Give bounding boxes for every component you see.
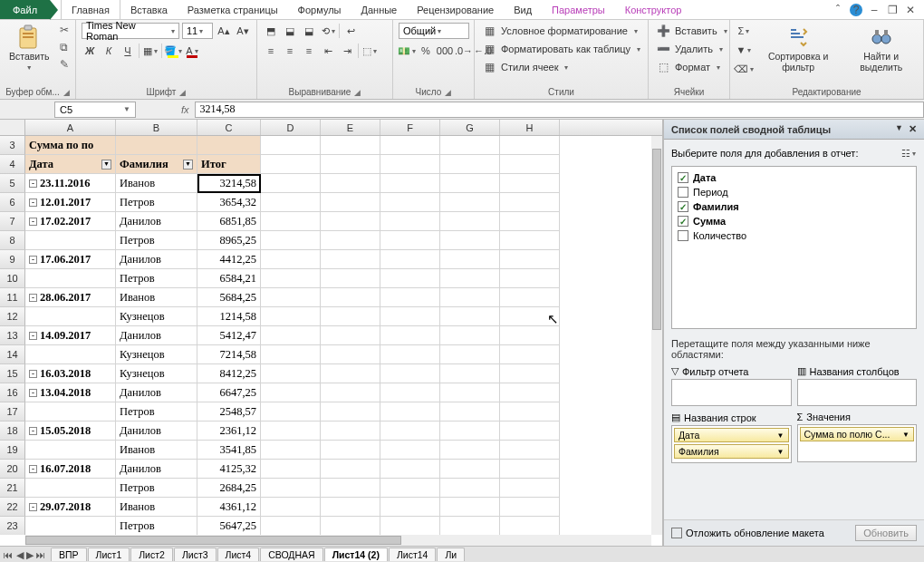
align-right-icon[interactable]: ≡ [301,43,317,59]
cell[interactable] [440,250,500,269]
context-tab-0[interactable]: Параметры [542,0,615,19]
row-header[interactable]: 5 [0,174,25,193]
row-header[interactable]: 22 [0,498,25,517]
cell[interactable] [380,269,440,288]
cell[interactable] [500,364,560,383]
cell[interactable]: 2684,25 [197,479,261,498]
col-header-B[interactable]: B [116,120,197,135]
cell[interactable] [500,441,560,460]
cell[interactable] [380,441,440,460]
cell[interactable]: Иванов [116,498,197,517]
cell[interactable] [321,345,380,364]
cell[interactable]: Петров [116,193,197,212]
cell[interactable] [500,288,560,307]
cell[interactable] [261,288,321,307]
cell[interactable] [440,364,500,383]
defer-update-checkbox[interactable]: ✓Отложить обновление макета [671,528,824,538]
cell[interactable] [380,364,440,383]
name-box[interactable]: C5▼ [54,102,136,118]
align-center-icon[interactable]: ≡ [282,43,298,59]
cell[interactable]: Кузнецов [116,345,197,364]
cell[interactable]: 4361,12 [197,498,261,517]
sort-filter-button[interactable]: Сортировка и фильтр [756,23,841,74]
cell[interactable]: Данилов [116,383,197,402]
cell[interactable] [261,422,321,441]
cell[interactable] [25,307,116,326]
cell[interactable] [440,288,500,307]
minimize-ribbon-icon[interactable]: ˆ [832,4,844,16]
file-tab[interactable]: Файл [0,0,50,19]
cell[interactable] [440,402,500,422]
align-left-icon[interactable]: ≡ [263,43,279,59]
border-button[interactable]: ▦ [142,43,159,59]
cell[interactable] [261,212,321,231]
cell[interactable] [440,479,500,498]
vertical-scrollbar[interactable] [651,136,662,535]
context-tab-1[interactable]: Конструктор [615,0,692,19]
cell[interactable] [261,383,321,402]
collapse-icon[interactable]: - [29,179,37,188]
update-button[interactable]: Обновить [855,525,917,541]
collapse-icon[interactable]: - [29,427,37,435]
cell[interactable]: -28.06.2017 [25,288,116,307]
fill-color-button[interactable]: 🪣 [165,43,181,59]
cell[interactable] [380,345,440,364]
format-as-table-button[interactable]: ▦Форматировать как таблицу [480,41,642,57]
filter-dropdown-icon[interactable]: ▼ [183,160,193,170]
number-format-combo[interactable]: Общий [399,23,469,39]
cell[interactable] [380,422,440,441]
cell[interactable]: Данилов [116,250,197,269]
checkbox-icon[interactable]: ✓ [678,201,688,212]
cell[interactable]: 4125,32 [197,460,261,479]
cell[interactable] [261,460,321,479]
sheet-tab[interactable]: Лист3 [174,547,217,561]
checkbox-icon[interactable] [678,187,688,198]
cell[interactable] [321,364,380,383]
cell[interactable] [500,155,560,174]
cell[interactable] [25,402,116,422]
cell[interactable] [500,498,560,517]
collapse-icon[interactable]: - [29,503,37,511]
cell[interactable] [380,498,440,517]
cell[interactable]: -15.05.2018 [25,422,116,441]
cell[interactable] [500,212,560,231]
paste-button[interactable]: Вставить ▼ [5,23,53,73]
copy-icon[interactable]: ⧉ [57,40,72,54]
cell[interactable]: Петров [116,479,197,498]
row-header[interactable]: 11 [0,288,25,307]
cell[interactable] [500,345,560,364]
autosum-icon[interactable]: Σ [736,23,752,39]
sheet-tab[interactable]: Ли [437,547,465,561]
cell[interactable] [261,136,321,155]
cell[interactable] [321,498,380,517]
cell[interactable] [500,307,560,326]
align-bottom-icon[interactable]: ⬓ [301,23,317,39]
cell[interactable]: Иванов [116,174,197,193]
close-window-icon[interactable]: ✕ [904,4,917,16]
cell[interactable] [261,517,321,535]
font-name-combo[interactable]: Times New Roman [82,23,179,39]
cell[interactable]: Сумма по по [25,136,116,155]
field-list[interactable]: ✓ДатаПериод✓Фамилия✓СуммаКоличество [671,166,917,329]
cell[interactable] [261,364,321,383]
merge-icon[interactable]: ⬚ [361,43,378,59]
row-header[interactable]: 14 [0,345,25,364]
row-header[interactable]: 21 [0,479,25,498]
cell[interactable] [440,193,500,212]
cell[interactable]: Кузнецов [116,364,197,383]
cell[interactable]: Иванов [116,441,197,460]
cell[interactable] [500,269,560,288]
cell[interactable]: Петров [116,231,197,250]
cell[interactable] [440,155,500,174]
cell[interactable] [25,345,116,364]
cell[interactable] [380,307,440,326]
cell[interactable] [261,326,321,345]
menu-tab-0[interactable]: Главная [61,0,120,19]
cell[interactable]: -13.04.2018 [25,383,116,402]
cell[interactable] [321,383,380,402]
field-item[interactable]: Количество [676,228,912,243]
cell[interactable] [380,460,440,479]
cell[interactable]: Данилов [116,326,197,345]
cell[interactable]: -14.09.2017 [25,326,116,345]
percent-icon[interactable]: % [418,43,434,59]
